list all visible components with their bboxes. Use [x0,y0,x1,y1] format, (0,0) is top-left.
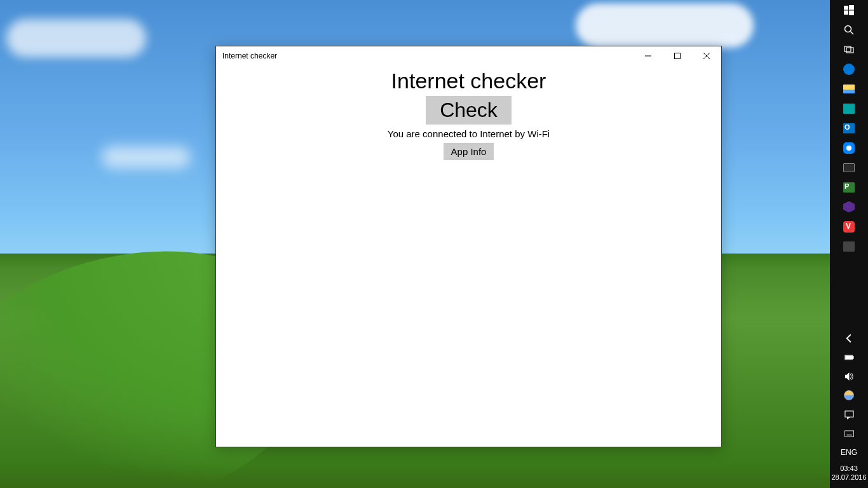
svg-rect-4 [844,6,848,10]
app-heading: Internet checker [216,69,721,93]
cloud-decoration [576,3,754,48]
outlook-icon [843,123,855,133]
svg-rect-14 [845,356,851,359]
taskbar-app-teal[interactable] [830,98,868,118]
svg-rect-13 [852,356,853,358]
vivaldi-icon [843,221,855,233]
windows-logo-icon [844,5,854,15]
battery-icon [844,353,854,362]
window-titlebar[interactable]: Internet checker [216,46,721,65]
taskbar-app-project[interactable] [830,177,868,197]
taskbar: ENG 03:43 28.07.2016 [830,0,868,488]
svg-rect-5 [849,5,854,10]
window-content: Internet checker Check You are connected… [216,65,721,160]
taskbar-app-settings-panel[interactable] [830,236,868,256]
systray-date: 28.07.2016 [830,473,868,482]
task-view-icon [844,44,854,55]
search-button[interactable] [830,20,868,39]
svg-marker-15 [844,372,849,380]
maximize-icon [674,53,681,59]
system-tray: ENG 03:43 28.07.2016 [830,329,868,488]
cloud-decoration [102,146,191,168]
close-icon [703,53,710,59]
systray-volume[interactable] [830,367,868,386]
file-explorer-icon [843,85,855,93]
connection-status: You are connected to Internet by Wi-Fi [216,128,721,139]
taskbar-pinned [830,0,868,256]
notifications-icon [844,410,854,419]
systray-weather[interactable] [830,386,868,405]
systray-expand-button[interactable] [830,329,868,348]
weather-icon [844,390,854,400]
check-button[interactable]: Check [426,96,512,125]
close-button[interactable] [692,46,721,65]
messenger-icon [843,142,855,154]
systray-touch-keyboard[interactable] [830,424,868,443]
svg-rect-10 [844,46,851,51]
systray-notifications[interactable] [830,405,868,424]
settings-icon [843,241,855,252]
taskbar-app-visual-studio[interactable] [830,197,868,217]
taskbar-spacer [830,256,868,329]
taskbar-app-edge[interactable] [830,59,868,79]
svg-rect-17 [844,430,853,436]
taskbar-app-messenger[interactable] [830,138,868,158]
cloud-decoration [6,19,146,57]
window-title: Internet checker [222,51,634,60]
start-button[interactable] [830,0,868,20]
taskbar-app-outlook[interactable] [830,118,868,138]
svg-rect-16 [844,410,853,416]
svg-point-8 [845,25,851,32]
systray-battery[interactable] [830,348,868,367]
taskbar-app-monitor[interactable] [830,158,868,177]
minimize-icon [645,53,651,59]
chevron-left-icon [844,334,854,343]
minimize-button[interactable] [634,46,663,65]
app-info-button[interactable]: App Info [444,143,494,160]
systray-language[interactable]: ENG [830,443,868,462]
app-icon [843,104,855,114]
systray-time: 03:43 [830,464,868,473]
volume-icon [844,372,854,381]
svg-rect-11 [846,48,853,53]
internet-checker-window: Internet checker Internet checker Check … [215,46,722,447]
task-view-button[interactable] [830,39,868,59]
taskbar-app-file-explorer[interactable] [830,79,868,98]
svg-rect-6 [844,10,848,15]
visual-studio-icon [843,201,855,213]
taskbar-app-vivaldi[interactable] [830,217,868,236]
project-icon [843,182,855,193]
window-controls [634,46,721,65]
monitor-icon [843,163,855,172]
svg-line-9 [851,31,854,34]
svg-rect-7 [849,10,854,15]
maximize-button[interactable] [663,46,692,65]
edge-icon [843,64,855,75]
svg-rect-1 [675,53,681,59]
search-icon [844,25,854,35]
keyboard-icon [844,429,854,438]
systray-clock[interactable]: 03:43 28.07.2016 [830,462,868,485]
